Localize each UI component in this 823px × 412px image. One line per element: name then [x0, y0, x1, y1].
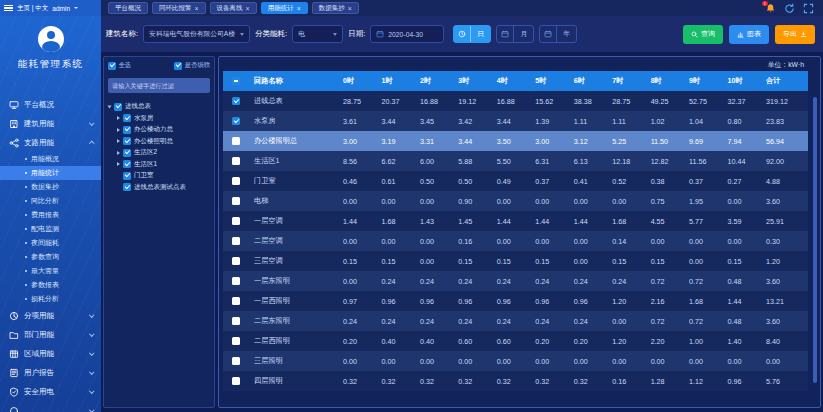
tree-node-label: 水泵房 [134, 114, 154, 123]
row-checkbox-cell [223, 151, 249, 171]
sidebar-subitem-1[interactable]: 用能概况 [0, 152, 101, 166]
category-select[interactable]: 电 [292, 25, 343, 43]
row-checkbox[interactable] [232, 177, 240, 185]
sidebar-item-label: 分项用能 [24, 311, 54, 321]
sidebar-item-1[interactable]: 平台概况 [0, 95, 101, 114]
tab-close-icon[interactable]: × [297, 5, 301, 12]
hour-value-cell: 0.96 [491, 291, 529, 311]
row-checkbox[interactable] [232, 377, 240, 385]
tree-node-checkbox[interactable] [114, 103, 122, 111]
caret-icon[interactable] [117, 151, 120, 155]
column-header: 0时 [343, 76, 354, 86]
hamburger-menu-icon[interactable] [4, 5, 13, 12]
sidebar-subitem-9[interactable]: 最大需量 [0, 264, 101, 278]
sidebar-subitem-8[interactable]: 参数查询 [0, 250, 101, 264]
tree-node-checkbox[interactable] [123, 149, 131, 157]
tree-node-checkbox[interactable] [123, 126, 131, 134]
circuit-name: 生活区1 [254, 156, 280, 166]
query-button[interactable]: 查询 [683, 25, 723, 44]
tab-close-icon[interactable]: × [246, 5, 250, 12]
range-day-button[interactable]: 日 [453, 25, 491, 43]
row-checkbox[interactable] [232, 237, 240, 245]
tab-4[interactable]: 用能统计× [261, 2, 308, 14]
cascade-option[interactable]: 是否级联 [174, 61, 210, 70]
select-all-option[interactable]: 全选 [108, 61, 131, 70]
tree-node-checkbox[interactable] [123, 160, 131, 168]
tree-node-8[interactable]: 进线总表测试点表 [108, 182, 210, 194]
export-button[interactable]: 导出 [775, 25, 815, 44]
tree-node-checkbox[interactable] [123, 137, 131, 145]
sidebar-item-8[interactable]: 安全用电 [0, 382, 101, 401]
sidebar-item-label: 安全用电 [24, 387, 54, 397]
tree-node-checkbox[interactable] [123, 183, 131, 191]
sidebar-subitem-3[interactable]: 数据集抄 [0, 180, 101, 194]
sidebar-item-2[interactable]: 建筑用能 [0, 114, 101, 133]
tree-node-2[interactable]: 水泵房 [108, 113, 210, 125]
sidebar-item-9[interactable] [0, 401, 101, 412]
sidebar-item-4[interactable]: 分项用能 [0, 306, 101, 325]
row-checkbox[interactable] [232, 317, 240, 325]
refresh-icon[interactable] [784, 3, 795, 14]
sidebar-subitem-5[interactable]: 费用报表 [0, 208, 101, 222]
tab-2[interactable]: 同环比报警× [152, 2, 206, 14]
cascade-checkbox[interactable] [174, 62, 182, 70]
home-language-link[interactable]: 主页 | 中文 [17, 4, 48, 13]
sidebar-item-6[interactable]: 区域用能 [0, 344, 101, 363]
row-checkbox[interactable] [232, 257, 240, 265]
sidebar-item-3[interactable]: 支路用能 [0, 133, 101, 152]
notification-bell-icon[interactable]: 1 [765, 3, 776, 14]
tab-1[interactable]: 平台概况 [108, 2, 148, 14]
select-all-rows-checkbox[interactable] [232, 77, 240, 85]
tab-5[interactable]: 数据集抄× [312, 2, 359, 14]
sidebar-item-7[interactable]: 用户报告 [0, 363, 101, 382]
caret-icon[interactable] [117, 116, 120, 120]
tree-search-input[interactable] [108, 78, 210, 93]
row-checkbox[interactable] [232, 137, 240, 145]
sidebar-subitem-2[interactable]: 用能统计 [0, 166, 101, 180]
sidebar-subitem-4[interactable]: 同比分析 [0, 194, 101, 208]
row-checkbox[interactable] [232, 297, 240, 305]
date-input[interactable]: 2020-04-30 [370, 25, 444, 43]
row-checkbox[interactable] [232, 197, 240, 205]
tree-node-checkbox[interactable] [123, 114, 131, 122]
fullscreen-icon[interactable] [803, 3, 814, 14]
sidebar-subitem-10[interactable]: 参数报表 [0, 278, 101, 292]
header-hour-cell: 9时 [683, 71, 721, 91]
device-tree: 进线总表水泵房办公楼动力总办公楼照明总生活区2生活区1门卫室进线总表测试点表 [108, 101, 210, 193]
tree-node-1[interactable]: 进线总表 [108, 101, 210, 113]
sidebar-subitem-6[interactable]: 配电监测 [0, 222, 101, 236]
row-checkbox[interactable] [232, 157, 240, 165]
row-checkbox[interactable] [232, 277, 240, 285]
range-year-button[interactable]: 年 [539, 25, 577, 43]
range-month-button[interactable]: 月 [496, 25, 534, 43]
row-checkbox[interactable] [232, 217, 240, 225]
tab-3[interactable]: 设备离线× [210, 2, 257, 14]
row-checkbox[interactable] [232, 117, 240, 125]
building-select[interactable]: 安科瑞电气股份有限公司A楼 [143, 25, 250, 43]
caret-icon[interactable] [117, 128, 120, 132]
tab-close-icon[interactable]: × [348, 5, 352, 12]
table-scrollbar[interactable] [813, 97, 817, 383]
tree-node-6[interactable]: 生活区1 [108, 159, 210, 171]
row-checkbox[interactable] [232, 97, 240, 105]
tree-node-5[interactable]: 生活区2 [108, 147, 210, 159]
sidebar-subitem-11[interactable]: 损耗分析 [0, 292, 101, 306]
select-all-checkbox[interactable] [108, 62, 116, 70]
tab-close-icon[interactable]: × [195, 5, 199, 12]
chart-view-button[interactable]: 图表 [729, 25, 769, 44]
caret-icon[interactable] [117, 139, 120, 143]
row-checkbox[interactable] [232, 337, 240, 345]
caret-icon[interactable] [108, 105, 112, 108]
header-hour-cell: 0时 [337, 71, 375, 91]
hour-value: 3.50 [497, 137, 511, 146]
total-value-cell: 3.60 [760, 271, 808, 291]
tree-node-4[interactable]: 办公楼照明总 [108, 136, 210, 148]
tree-node-3[interactable]: 办公楼动力总 [108, 124, 210, 136]
tree-node-checkbox[interactable] [123, 172, 131, 180]
sidebar-item-5[interactable]: 部门用能 [0, 325, 101, 344]
tree-node-7[interactable]: 门卫室 [108, 170, 210, 182]
user-menu[interactable]: admin [52, 5, 70, 12]
caret-icon[interactable] [117, 162, 120, 166]
sidebar-subitem-7[interactable]: 夜间能耗 [0, 236, 101, 250]
row-checkbox[interactable] [232, 357, 240, 365]
